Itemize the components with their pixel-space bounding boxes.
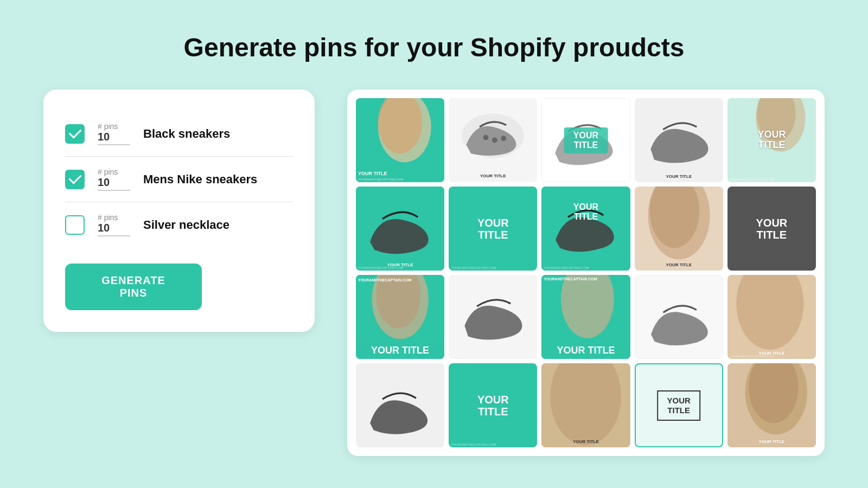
pin-label-18: YOUR TITLE	[544, 439, 628, 444]
pin-label-2: YOUR TITLE	[451, 174, 535, 179]
pin-label-4: YOUR TITLE	[637, 174, 721, 179]
pins-value-2: 10	[98, 176, 130, 191]
pin-card-6: YOUR TITLE YOURANDTHECAPTAIN.COM	[356, 187, 444, 271]
pin-grid: YOUR TITLE YOURANDTHECAPTAIN.COM YOUR TI…	[356, 98, 816, 447]
pin-card-10: YOUR TITLE	[727, 187, 816, 271]
pin-label-17: YOUR TITLE	[477, 394, 509, 418]
pin-url-7: YOURANDTHECAPTAIN.COM	[451, 266, 496, 269]
pin-label-17-box: YOUR TITLE	[471, 394, 515, 418]
pin-label-11-box: YOUR TITLE	[356, 342, 444, 359]
pin-label-3: YOUR TITLE	[573, 131, 598, 150]
svg-point-7	[501, 136, 506, 141]
pin-url-6: YOURANDTHECAPTAIN.COM	[358, 266, 403, 269]
pin-url-5: YOURANDTHECAPTAIN.COM	[730, 178, 775, 181]
pin-card-9: YOUR TITLE	[635, 187, 723, 271]
pin-card-13: YOURANDTHECAPTAIN.COM YOUR TITLE	[541, 275, 630, 359]
pin-label-8-box: YOUR TITLE	[564, 202, 608, 222]
pin-label-10: YOUR TITLE	[756, 217, 787, 241]
left-panel: # pins 10 Black sneakers # pins 10 Mens …	[43, 89, 315, 332]
pin-label-5-box: YOUR TITLE	[750, 130, 794, 151]
pin-url-13: YOURANDTHECAPTAIN.COM	[544, 277, 628, 281]
pin-card-19: YOUR TITLE	[635, 363, 723, 447]
generate-pins-button[interactable]: GENERATE PINS	[65, 264, 202, 310]
pin-label-7: YOUR TITLE	[477, 217, 509, 241]
pin-card-14: YOUR TITLE	[635, 275, 723, 359]
pin-card-2: YOUR TITLE	[449, 98, 537, 182]
pins-info-2: # pins 10	[98, 168, 130, 191]
pin-label-8: YOUR TITLE	[573, 202, 598, 221]
pins-info-1: # pins 10	[98, 122, 130, 145]
product-row-3: # pins 10 Silver necklace	[65, 202, 293, 247]
pin-url-11: YOURANDTHECAPTAIN.COM	[358, 278, 442, 282]
svg-point-6	[492, 138, 497, 143]
pin-url-15: YOURANDTHECAPTAIN.COM	[730, 355, 775, 358]
pin-card-15: YOUR TITLE YOURANDTHECAPTAIN.COM	[727, 275, 816, 359]
pin-label-7-box: YOUR TITLE	[471, 217, 515, 241]
page-title: Generate pins for your Shopify proudcts	[184, 33, 685, 62]
product-row-2: # pins 10 Mens Nike sneakers	[65, 157, 293, 202]
checkbox-mens-nike[interactable]	[65, 170, 85, 189]
pin-label-13-box: YOUR TITLE	[541, 342, 630, 359]
pin-label-10-box: YOUR TITLE	[750, 217, 794, 241]
right-panel: YOUR TITLE YOURANDTHECAPTAIN.COM YOUR TI…	[347, 89, 825, 456]
pin-card-8: YOUR TITLE YOURANDTHECAPTAIN.COM	[541, 187, 630, 271]
product-row-1: # pins 10 Black sneakers	[65, 111, 293, 157]
pins-label-3: # pins	[98, 213, 130, 222]
pin-label-3-box: YOUR TITLE	[564, 127, 608, 153]
pin-label-19-box: YOUR TITLE	[657, 390, 700, 421]
pin-label-9: YOUR TITLE	[637, 262, 721, 267]
pin-url-8: YOURANDTHECAPTAIN.COM	[544, 266, 589, 269]
pin-label-11: YOUR TITLE	[371, 345, 429, 356]
pin-label-5: YOUR TITLE	[757, 129, 786, 151]
pin-card-1: YOUR TITLE YOURANDTHECAPTAIN.COM	[356, 98, 444, 182]
main-content: # pins 10 Black sneakers # pins 10 Mens …	[0, 89, 868, 456]
pin-card-3: YOUR TITLE	[541, 98, 630, 182]
svg-point-5	[483, 135, 489, 140]
pin-card-5: YOUR TITLE YOURANDTHECAPTAIN.COM	[727, 98, 816, 182]
pin-card-17: YOUR TITLE YOURANDTHECAPTAIN.COM	[449, 363, 537, 447]
product-name-3: Silver necklace	[143, 218, 229, 232]
pin-card-16: YOUR TITLE	[356, 363, 444, 447]
product-name-1: Black sneakers	[143, 127, 230, 141]
pin-card-18: YOUR TITLE	[541, 363, 630, 447]
pin-label-20: YOUR TITLE	[730, 439, 814, 444]
pins-value-1: 10	[98, 131, 130, 145]
pin-card-20: YOUR TITLE	[727, 363, 816, 447]
pin-card-4: YOUR TITLE	[635, 98, 723, 182]
pins-value-3: 10	[98, 222, 130, 236]
pins-info-3: # pins 10	[98, 213, 130, 236]
checkbox-silver-necklace[interactable]	[65, 215, 85, 235]
pin-label-13: YOUR TITLE	[557, 345, 615, 356]
pin-label-1: YOUR TITLE	[358, 171, 442, 177]
pin-card-7: YOUR TITLE YOURANDTHECAPTAIN.COM	[449, 187, 537, 271]
pin-card-11: YOURANDTHECAPTAIN.COM YOUR TITLE	[356, 275, 444, 359]
pin-url-1: YOURANDTHECAPTAIN.COM	[358, 178, 403, 181]
pin-card-12	[449, 275, 537, 359]
checkbox-black-sneakers[interactable]	[65, 124, 85, 144]
pins-label-2: # pins	[98, 168, 130, 176]
pin-url-17: YOURANDTHECAPTAIN.COM	[451, 443, 496, 446]
pin-label-19: YOUR TITLE	[667, 396, 691, 415]
pins-label-1: # pins	[98, 122, 130, 131]
product-name-2: Mens Nike sneakers	[143, 172, 257, 187]
